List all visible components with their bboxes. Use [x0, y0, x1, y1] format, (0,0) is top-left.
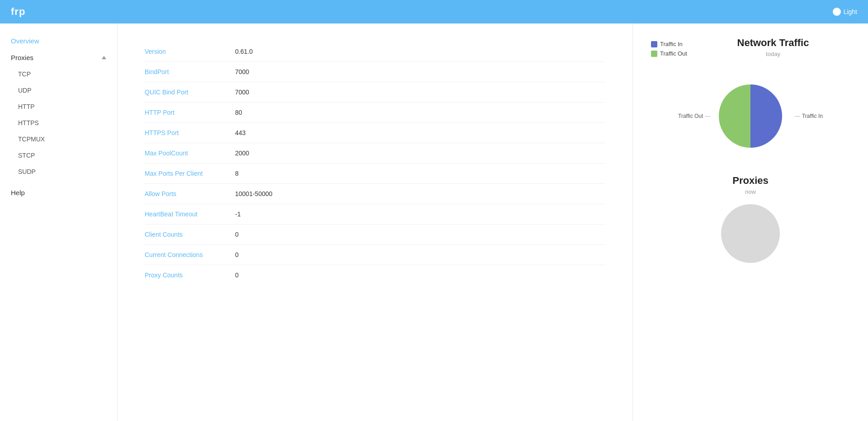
theme-label: Light: [844, 8, 857, 15]
info-value: 10001-50000: [235, 190, 273, 197]
sidebar-item-tcpmux[interactable]: TCPMUX: [0, 131, 117, 147]
info-value: 0: [235, 231, 239, 238]
proxies-chart-section: Proxies now: [651, 175, 850, 263]
info-label: Proxy Counts: [145, 271, 235, 279]
info-row: HTTP Port 80: [145, 103, 605, 123]
info-row: Max PoolCount 2000: [145, 143, 605, 164]
info-label: HTTP Port: [145, 109, 235, 116]
legend-label-in: Traffic In: [660, 41, 683, 47]
info-value: 0.61.0: [235, 48, 253, 55]
info-value: 443: [235, 129, 245, 136]
pie-wrapper: Traffic Out Traffic In: [678, 66, 823, 166]
info-row: Version 0.61.0: [145, 42, 605, 62]
info-row: HTTPS Port 443: [145, 123, 605, 143]
info-row: Current Connections 0: [145, 245, 605, 265]
main-layout: Overview Proxies TCP UDP HTTP HTTPS TCPM…: [0, 23, 868, 421]
info-row: Proxy Counts 0: [145, 265, 605, 285]
theme-toggle[interactable]: Light: [833, 8, 857, 16]
info-row: BindPort 7000: [145, 62, 605, 82]
traffic-pie-chart: [714, 80, 787, 152]
info-label: HeartBeat Timeout: [145, 210, 235, 218]
info-value: 0: [235, 251, 239, 258]
legend-label-out: Traffic Out: [660, 50, 687, 57]
proxies-chart-subtitle: now: [651, 188, 850, 195]
sidebar-item-overview[interactable]: Overview: [0, 33, 117, 49]
sidebar-item-stcp[interactable]: STCP: [0, 147, 117, 164]
sidebar-item-tcp[interactable]: TCP: [0, 66, 117, 82]
proxies-empty-chart: [721, 204, 780, 263]
sidebar-item-http[interactable]: HTTP: [0, 98, 117, 115]
info-value: 0: [235, 271, 239, 279]
info-row: Client Counts 0: [145, 225, 605, 245]
info-label: Max Ports Per Client: [145, 170, 235, 177]
info-label: QUIC Bind Port: [145, 89, 235, 96]
sidebar-item-udp[interactable]: UDP: [0, 82, 117, 98]
legend-traffic-in: Traffic In: [651, 41, 687, 47]
info-label: Allow Ports: [145, 190, 235, 197]
traffic-pie-container: Traffic Out Traffic In: [651, 66, 850, 166]
main-content: Version 0.61.0 BindPort 7000 QUIC Bind P…: [118, 23, 868, 421]
sidebar-item-sudp[interactable]: SUDP: [0, 164, 117, 180]
app-header: frp Light: [0, 0, 868, 23]
info-label: HTTPS Port: [145, 129, 235, 136]
sidebar-item-https[interactable]: HTTPS: [0, 115, 117, 131]
network-traffic-subtitle: today: [696, 51, 850, 57]
app-logo: frp: [11, 6, 25, 18]
pie-label-traffic-out: Traffic Out: [678, 113, 710, 119]
info-value: 7000: [235, 68, 249, 75]
info-label: Client Counts: [145, 231, 235, 238]
info-row: Allow Ports 10001-50000: [145, 184, 605, 204]
legend-traffic-out: Traffic Out: [651, 50, 687, 57]
info-value: 8: [235, 170, 239, 177]
charts-panel: Traffic In Traffic Out Network Traffic t…: [633, 23, 868, 421]
legend-dot-in: [651, 41, 657, 47]
pie-label-traffic-in: Traffic In: [795, 113, 823, 119]
proxies-chart-title: Proxies: [651, 175, 850, 187]
info-label: Version: [145, 48, 235, 55]
info-value: 80: [235, 109, 242, 116]
sidebar-item-help[interactable]: Help: [0, 184, 117, 201]
network-traffic-title: Network Traffic: [696, 37, 850, 49]
info-row: QUIC Bind Port 7000: [145, 82, 605, 103]
info-value: 2000: [235, 150, 249, 157]
info-row: Max Ports Per Client 8: [145, 164, 605, 184]
info-panel: Version 0.61.0 BindPort 7000 QUIC Bind P…: [118, 23, 633, 421]
info-value: 7000: [235, 89, 249, 96]
sidebar-item-proxies[interactable]: Proxies: [0, 49, 117, 66]
info-label: Current Connections: [145, 251, 235, 258]
info-label: BindPort: [145, 68, 235, 75]
sidebar: Overview Proxies TCP UDP HTTP HTTPS TCPM…: [0, 23, 118, 421]
chevron-up-icon: [102, 56, 106, 59]
legend-dot-out: [651, 51, 657, 57]
info-label: Max PoolCount: [145, 150, 235, 157]
theme-icon: [833, 8, 841, 16]
info-value: -1: [235, 210, 241, 218]
info-row: HeartBeat Timeout -1: [145, 204, 605, 225]
